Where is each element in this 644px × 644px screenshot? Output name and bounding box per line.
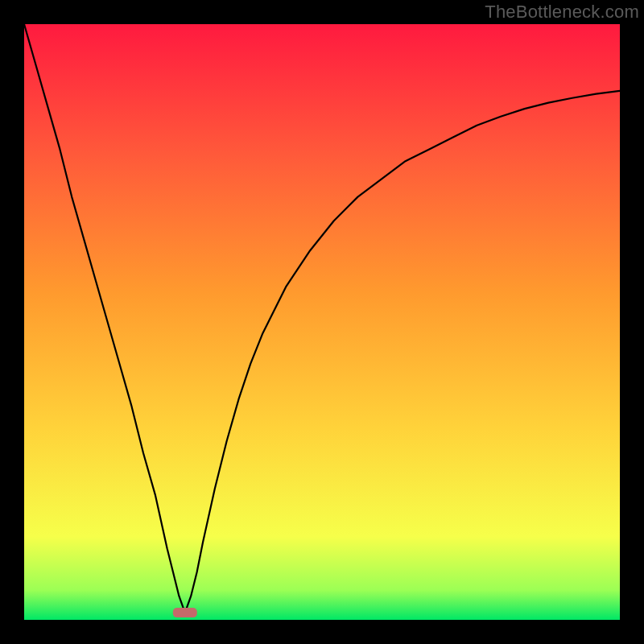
- plot-svg: [24, 24, 620, 620]
- plot-frame: [24, 24, 620, 620]
- watermark-text: TheBottleneck.com: [485, 2, 639, 23]
- gradient-background: [24, 24, 620, 620]
- minimum-marker: [173, 608, 197, 617]
- chart-container: TheBottleneck.com: [0, 0, 644, 644]
